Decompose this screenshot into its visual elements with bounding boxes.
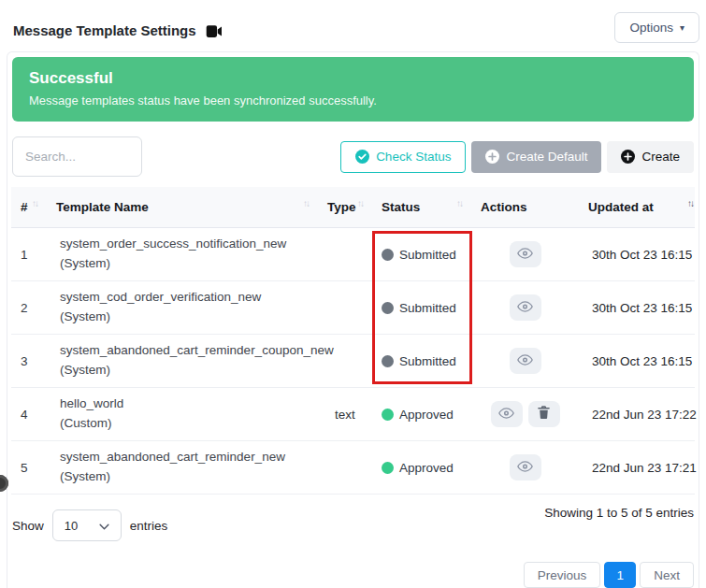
updated-at: 30th Oct 23 16:15: [579, 354, 702, 368]
showing-entries-text: Showing 1 to 5 of 5 entries: [544, 506, 694, 520]
eye-icon: [498, 408, 514, 422]
page-header: Message Template Settings Options ▾: [0, 0, 706, 51]
view-button[interactable]: [510, 454, 541, 480]
next-page-button[interactable]: Next: [640, 562, 694, 588]
table-row: 4 hello_world (Custom) text Approved: [11, 388, 695, 441]
table-footer: Show 10 entries Showing 1 to 5 of 5 entr…: [12, 498, 694, 541]
status-badge: Submitted: [399, 301, 456, 315]
check-status-button[interactable]: Check Status: [340, 141, 466, 173]
actions-cell: [471, 294, 579, 321]
template-name-cell: hello_world (Custom): [47, 389, 318, 439]
updated-at: 30th Oct 23 16:15: [579, 301, 702, 315]
row-number: 5: [11, 461, 47, 475]
toolbar: Check Status Create Default Create: [12, 136, 694, 177]
status-badge: Submitted: [399, 248, 456, 262]
column-header-actions: Actions: [471, 200, 579, 214]
actions-cell: [471, 241, 579, 267]
updated-at: 22nd Jun 23 17:22: [579, 408, 702, 422]
sort-icon[interactable]: ↑↓: [687, 198, 693, 208]
eye-icon: [517, 354, 533, 368]
template-name: hello_world: [60, 394, 305, 414]
template-kind: (System): [60, 467, 305, 487]
view-button[interactable]: [510, 294, 541, 321]
options-button[interactable]: Options ▾: [614, 12, 699, 43]
trash-icon: [538, 406, 550, 423]
table-row: 1 system_order_success_notification_new …: [11, 228, 695, 281]
view-button[interactable]: [491, 401, 523, 427]
title-wrap: Message Template Settings: [13, 22, 222, 38]
eye-icon: [517, 461, 533, 475]
page-1-button[interactable]: 1: [604, 562, 636, 588]
message-template-settings-page: Message Template Settings Options ▾ Succ…: [0, 0, 706, 588]
table-body: 1 system_order_success_notification_new …: [11, 228, 695, 495]
column-header-type[interactable]: Type ↑↓: [318, 200, 372, 214]
create-default-button[interactable]: Create Default: [471, 141, 601, 173]
actions-cell: [471, 348, 579, 374]
page-title: Message Template Settings: [13, 22, 196, 38]
template-kind: (System): [60, 361, 305, 380]
row-number: 1: [11, 248, 47, 262]
row-number: 3: [11, 354, 47, 368]
template-name: system_abandoned_cart_reminder_coupon_ne…: [60, 341, 305, 361]
status-cell: Approved: [372, 461, 471, 475]
column-header-template-name[interactable]: Template Name ↑↓: [47, 200, 318, 214]
status-badge: Submitted: [399, 354, 456, 368]
table-header: # ↑↓ Template Name ↑↓ Type ↑↓ Status ↑↓ …: [11, 187, 695, 228]
status-badge: Approved: [399, 408, 454, 422]
table-row: 2 system_cod_order_verification_new (Sys…: [11, 281, 695, 335]
check-status-label: Check Status: [376, 150, 451, 164]
template-kind: (Custom): [60, 414, 305, 434]
status-badge: Approved: [399, 461, 454, 475]
template-name-cell: system_cod_order_verification_new (Syste…: [47, 282, 318, 333]
updated-at: 30th Oct 23 16:15: [579, 248, 702, 262]
check-circle-icon: [355, 150, 369, 164]
previous-page-button[interactable]: Previous: [524, 562, 601, 588]
status-cell: Submitted: [372, 301, 471, 315]
create-button[interactable]: Create: [607, 141, 694, 173]
alert-title: Successful: [29, 69, 677, 88]
updated-at: 22nd Jun 23 17:21: [579, 461, 702, 475]
column-header-status[interactable]: Status ↑↓: [372, 200, 471, 214]
create-default-label: Create Default: [506, 150, 587, 164]
success-alert: Successful Message templates status have…: [12, 57, 694, 122]
page-size-value: 10: [65, 519, 78, 533]
eye-icon: [517, 301, 533, 315]
view-button[interactable]: [510, 348, 541, 374]
table-row: 5 system_abandoned_cart_reminder_new (Sy…: [11, 441, 695, 495]
template-kind: (System): [60, 254, 305, 274]
options-label: Options: [629, 21, 673, 35]
page-size-control: Show 10 entries: [12, 509, 167, 541]
delete-button[interactable]: [528, 401, 560, 427]
toolbar-buttons: Check Status Create Default Create: [340, 141, 694, 173]
sort-icon[interactable]: ↑↓: [32, 198, 37, 208]
plus-circle-icon: [485, 150, 499, 164]
status-cell: Submitted: [372, 248, 471, 262]
view-button[interactable]: [510, 241, 541, 267]
pagination: Previous 1 Next: [12, 562, 694, 588]
template-name: system_order_success_notification_new: [60, 235, 305, 254]
eye-icon: [517, 248, 533, 262]
template-name-cell: system_abandoned_cart_reminder_coupon_ne…: [47, 336, 318, 386]
chevron-down-icon: ▾: [680, 22, 684, 33]
sort-icon[interactable]: ↑↓: [456, 198, 462, 208]
template-name-cell: system_abandoned_cart_reminder_new (Syst…: [47, 442, 318, 493]
actions-cell: [471, 454, 579, 480]
page-size-select[interactable]: 10: [52, 509, 122, 541]
template-name: system_cod_order_verification_new: [60, 288, 305, 308]
status-cell: Approved: [372, 408, 471, 422]
column-header-number[interactable]: # ↑↓: [11, 200, 47, 214]
plus-circle-icon: [621, 150, 635, 164]
template-name: system_abandoned_cart_reminder_new: [60, 448, 305, 467]
content-card: Successful Message templates status have…: [7, 51, 699, 588]
sort-icon[interactable]: ↑↓: [303, 198, 309, 208]
entries-label: entries: [130, 519, 168, 533]
status-dot-icon: [382, 462, 394, 474]
template-type: text: [318, 408, 372, 422]
table-row: 3 system_abandoned_cart_reminder_coupon_…: [11, 335, 695, 388]
status-dot-icon: [382, 302, 394, 314]
sort-icon[interactable]: ↑↓: [357, 198, 363, 208]
column-header-updated-at[interactable]: Updated at ↑↓: [579, 200, 702, 214]
status-cell: Submitted: [372, 354, 471, 368]
search-input[interactable]: [12, 136, 142, 177]
actions-cell: [471, 401, 579, 427]
